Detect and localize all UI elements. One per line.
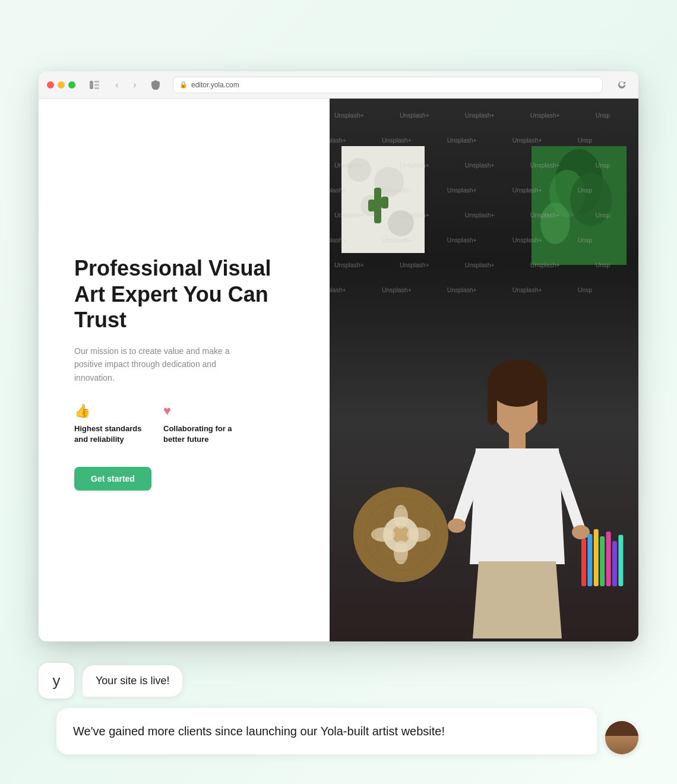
avatar-hair: [605, 721, 638, 736]
nav-buttons: ‹ ›: [109, 77, 143, 93]
browser-toolbar: ‹ › 🔒 editor.yola.com: [39, 71, 638, 99]
svg-rect-3: [94, 87, 99, 89]
green-canvas: [532, 146, 627, 265]
heart-icon: ♥: [163, 403, 235, 419]
minimize-button[interactable]: [58, 81, 65, 88]
url-text: editor.yola.com: [191, 81, 239, 89]
close-button[interactable]: [47, 81, 54, 88]
yola-letter: y: [53, 672, 61, 690]
chat-bubble-testimonial: We've gained more clients since launchin…: [56, 708, 597, 754]
yola-avatar: y: [39, 663, 74, 698]
svg-rect-15: [368, 200, 375, 211]
user-avatar: [605, 721, 638, 754]
get-started-button[interactable]: Get started: [74, 467, 151, 491]
svg-rect-1: [94, 81, 99, 83]
svg-rect-35: [587, 534, 592, 586]
back-button[interactable]: ‹: [109, 77, 125, 93]
svg-rect-39: [612, 541, 617, 586]
hero-subtitle: Our mission is to create value and make …: [74, 344, 241, 384]
svg-rect-38: [606, 532, 611, 586]
artist-person: [434, 356, 600, 641]
svg-rect-37: [600, 536, 605, 586]
chat-bubble-live-text: Your site is live!: [96, 675, 169, 687]
svg-rect-40: [618, 535, 623, 586]
feature-1-label: Highest standards and reliability: [74, 423, 145, 445]
hero-title: Professional Visual Art Expert You Can T…: [74, 255, 306, 333]
svg-rect-0: [90, 81, 93, 89]
privacy-icon: [149, 78, 162, 91]
svg-rect-31: [509, 432, 526, 450]
chat-testimonial-text: We've gained more clients since launchin…: [73, 725, 445, 738]
chat-section: y Your site is live! We've gained more c…: [39, 663, 638, 754]
reload-button[interactable]: [613, 77, 630, 93]
svg-point-7: [570, 173, 612, 226]
svg-rect-2: [94, 84, 99, 86]
traffic-lights: [47, 81, 75, 88]
browser-content: Professional Visual Art Expert You Can T…: [39, 99, 638, 641]
svg-point-10: [347, 158, 371, 182]
svg-rect-29: [488, 383, 497, 425]
browser-window: ‹ › 🔒 editor.yola.com Professional Visua…: [39, 71, 638, 641]
feature-item-2: ♥ Collaborating for a better future: [163, 403, 235, 445]
chat-row-user: We've gained more clients since launchin…: [39, 708, 638, 754]
forward-button[interactable]: ›: [126, 77, 143, 93]
avatar-face: [605, 721, 638, 754]
feature-2-label: Collaborating for a better future: [163, 423, 235, 445]
svg-point-32: [448, 519, 466, 533]
svg-rect-30: [537, 383, 547, 425]
paint-bottles: [579, 523, 627, 594]
feature-item-1: 👍 Highest standards and reliability: [74, 403, 145, 445]
chat-row-yola: y Your site is live!: [39, 663, 638, 698]
hero-left-panel: Professional Visual Art Expert You Can T…: [39, 99, 330, 641]
maximize-button[interactable]: [68, 81, 75, 88]
features-row: 👍 Highest standards and reliability ♥ Co…: [74, 403, 306, 445]
sidebar-toggle-icon[interactable]: [86, 77, 103, 93]
thumbsup-icon: 👍: [74, 403, 145, 419]
lock-icon: 🔒: [179, 81, 188, 88]
svg-rect-34: [581, 539, 586, 586]
svg-point-8: [540, 203, 570, 244]
svg-rect-16: [381, 197, 388, 208]
svg-rect-36: [594, 529, 599, 586]
chat-bubble-live: Your site is live!: [83, 665, 182, 697]
svg-point-13: [388, 210, 414, 236]
white-canvas: [341, 146, 425, 253]
address-bar[interactable]: 🔒 editor.yola.com: [173, 77, 603, 93]
hero-right-panel: Unsplash+Unsplash+Unsplash+Unsplash+Unsp…: [330, 99, 638, 641]
